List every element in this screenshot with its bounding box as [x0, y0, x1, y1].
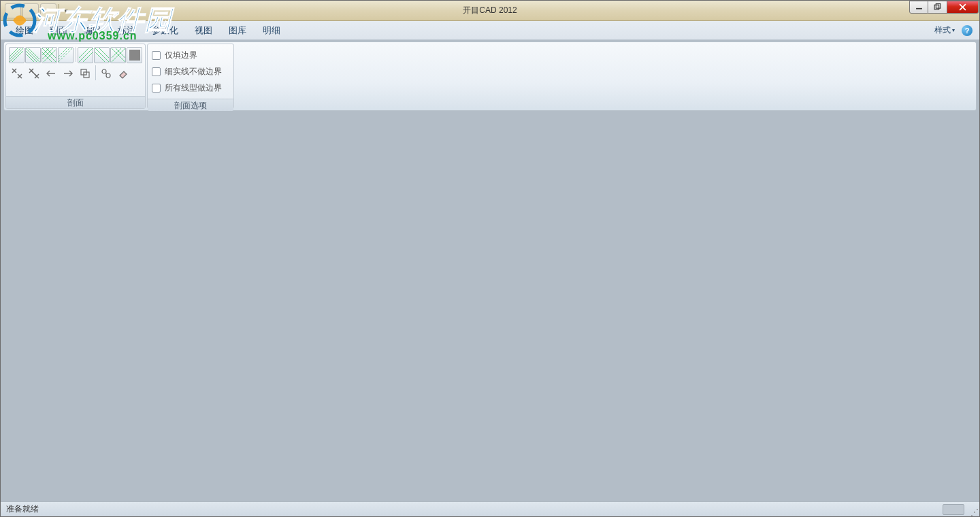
quick-access-toolbar: ▾ — [1, 3, 71, 18]
tool-region[interactable] — [98, 65, 114, 82]
menu-view[interactable]: 视图 — [186, 22, 220, 39]
checkbox-icon — [152, 67, 161, 76]
svg-line-25 — [97, 48, 109, 61]
checkbox-icon — [152, 51, 161, 60]
qat-button-1[interactable] — [5, 3, 21, 18]
hatch-pattern-7[interactable] — [110, 47, 126, 63]
qat-customize-arrow[interactable]: ▾ — [61, 3, 71, 18]
svg-line-23 — [79, 48, 93, 62]
qat-divider — [59, 4, 59, 18]
option-thin-line-row[interactable]: 细实线不做边界 — [150, 63, 231, 80]
menu-draw[interactable]: 绘图 — [7, 22, 42, 39]
svg-line-6 — [10, 48, 23, 62]
drawing-canvas[interactable] — [3, 112, 977, 501]
menu-detail[interactable]: 明细 — [255, 22, 289, 39]
svg-rect-1 — [934, 5, 939, 10]
option-all-linetypes-row[interactable]: 所有线型做边界 — [150, 80, 231, 96]
svg-line-16 — [42, 48, 56, 62]
tool-break-1[interactable] — [9, 65, 25, 82]
maximize-button[interactable] — [928, 1, 947, 14]
minimize-button[interactable] — [909, 1, 928, 14]
resize-grip-icon[interactable]: ⋰ — [970, 510, 977, 515]
statusbar: 准备就绪 ⋰ — [1, 501, 979, 516]
menu-parametric[interactable]: 参数化 — [144, 22, 186, 39]
svg-line-48 — [105, 73, 107, 74]
ribbon: 剖面 仅填边界 细实线不做边界 所有线型做边界 剖面选项 — [3, 41, 977, 111]
svg-line-26 — [95, 48, 109, 62]
style-dropdown[interactable]: 样式 ▾ — [932, 23, 958, 37]
svg-line-20 — [59, 48, 72, 62]
ribbon-group-section: 剖面 — [5, 44, 146, 109]
app-window: ▾ 开目CAD 2012 绘图 剖面 编辑 标注 参数化 视图 图库 明细 样式… — [0, 0, 980, 517]
menu-section[interactable]: 剖面 — [42, 22, 76, 39]
scroll-thumb[interactable] — [943, 504, 964, 515]
tool-erase[interactable] — [115, 65, 131, 82]
chevron-down-icon: ▾ — [952, 27, 955, 33]
help-icon[interactable]: ? — [962, 25, 973, 36]
menubar: 绘图 剖面 编辑 标注 参数化 视图 图库 明细 样式 ▾ ? — [1, 21, 979, 40]
tool-arrow-left[interactable] — [43, 65, 59, 82]
window-controls — [909, 1, 979, 14]
option-label: 所有线型做边界 — [165, 82, 222, 94]
window-title: 开目CAD 2012 — [463, 5, 517, 16]
tool-copy[interactable] — [77, 65, 93, 82]
svg-line-7 — [12, 51, 23, 62]
menu-edit[interactable]: 编辑 — [76, 22, 110, 39]
ribbon-group-options: 仅填边界 细实线不做边界 所有线型做边界 剖面选项 — [147, 44, 234, 109]
tool-arrow-right[interactable] — [60, 65, 76, 82]
option-label: 仅填边界 — [165, 50, 197, 61]
option-boundary-only-row[interactable]: 仅填边界 — [150, 47, 231, 63]
hatch-pattern-6[interactable] — [94, 47, 110, 63]
svg-rect-32 — [129, 50, 140, 61]
hatch-pattern-3[interactable] — [42, 47, 57, 63]
svg-line-24 — [80, 50, 93, 62]
style-label: 样式 — [934, 24, 951, 36]
qat-button-2[interactable] — [22, 3, 39, 18]
svg-line-19 — [59, 48, 72, 62]
svg-rect-2 — [936, 4, 941, 9]
hatch-pattern-1[interactable] — [9, 47, 24, 63]
svg-line-27 — [95, 50, 108, 62]
tool-separator — [95, 65, 96, 80]
ribbon-group-options-title: 剖面选项 — [148, 99, 233, 111]
menu-annotate[interactable]: 标注 — [110, 22, 144, 39]
close-button[interactable] — [947, 1, 979, 14]
svg-line-9 — [26, 48, 39, 62]
hatch-pattern-4[interactable] — [58, 47, 74, 63]
checkbox-icon — [152, 84, 161, 93]
hatch-solid[interactable] — [127, 47, 142, 63]
hatch-separator — [76, 47, 76, 62]
qat-button-3[interactable] — [40, 3, 56, 18]
svg-line-41 — [31, 71, 37, 76]
titlebar: ▾ 开目CAD 2012 — [1, 1, 979, 21]
option-label: 细实线不做边界 — [165, 66, 222, 78]
hatch-pattern-2[interactable] — [25, 47, 41, 63]
status-text: 准备就绪 — [6, 503, 39, 515]
section-tool-row — [9, 65, 142, 82]
ribbon-group-section-title: 剖面 — [6, 96, 145, 108]
svg-line-22 — [79, 48, 91, 61]
hatch-pattern-5[interactable] — [78, 47, 93, 63]
menu-library[interactable]: 图库 — [220, 22, 255, 39]
hatch-pattern-row — [9, 47, 142, 63]
tool-break-2[interactable] — [26, 65, 42, 82]
